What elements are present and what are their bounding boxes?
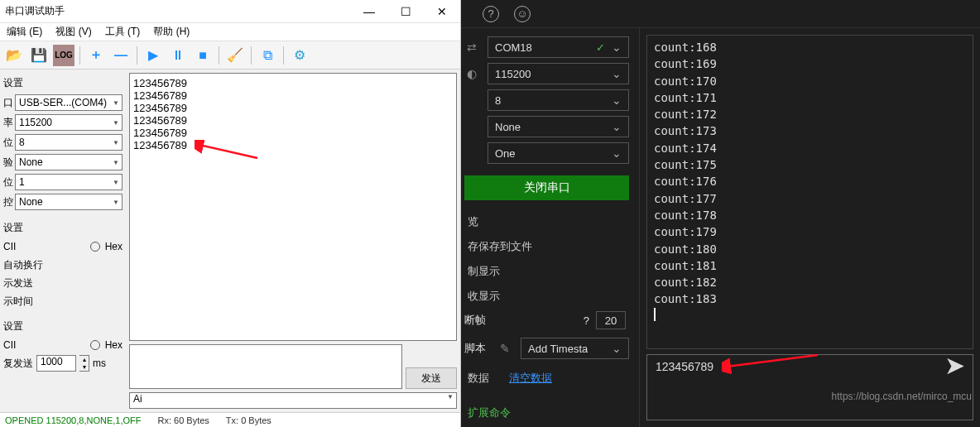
opt-frame[interactable]: 断帧 xyxy=(464,313,486,328)
send-input[interactable]: 123456789 ➤ xyxy=(646,354,973,420)
send-button[interactable]: 发送 xyxy=(406,367,457,389)
group-tx-title: 设置 xyxy=(3,319,122,333)
plug-icon: ⇄ xyxy=(464,41,479,54)
port-select[interactable]: USB-SER...(COM4) xyxy=(15,94,122,111)
top-iconbar: ? ☺ xyxy=(461,0,980,28)
parity-select[interactable]: None xyxy=(15,154,122,170)
databits-select[interactable]: 8 xyxy=(488,89,629,111)
svg-line-1 xyxy=(199,145,257,158)
watermark: https://blog.csdn.net/mirco_mcu xyxy=(832,391,972,402)
group-rx-title: 设置 xyxy=(3,221,122,235)
databits-select[interactable]: 8 xyxy=(15,134,122,151)
send-icon[interactable]: ➤ xyxy=(933,343,976,386)
left-app: 串口调试助手 — ☐ ✕ 编辑 (E) 视图 (V) 工具 (T) 帮助 (H)… xyxy=(0,0,461,427)
timestamp-select[interactable]: Add Timesta xyxy=(521,338,629,359)
opt-ctrldisp[interactable]: 制显示 xyxy=(464,261,629,281)
pause-icon[interactable]: ⏸ xyxy=(167,45,189,66)
tx-hex-label: Hex xyxy=(105,339,122,351)
statusbar: OPENED 115200,8,NONE,1,OFF Rx: 60 Bytes … xyxy=(0,412,460,427)
opt-script: 脚本 xyxy=(464,341,489,356)
help-icon[interactable]: ? xyxy=(483,6,499,22)
arrow-annotation-icon xyxy=(722,352,821,377)
parity-select[interactable]: None xyxy=(488,116,629,137)
stopbits-select[interactable]: One xyxy=(488,142,629,164)
send-textarea[interactable] xyxy=(129,344,402,389)
menu-view[interactable]: 视图 (V) xyxy=(55,25,91,39)
smile-icon[interactable]: ☺ xyxy=(514,6,531,22)
stopbits-select[interactable]: 1 xyxy=(15,174,122,190)
ext-cmd-link[interactable]: 扩展命令 xyxy=(468,405,511,420)
stop-icon[interactable]: ■ xyxy=(192,45,214,66)
maximize-button[interactable]: ☐ xyxy=(387,0,424,23)
settings-sidebar: 设置 口USB-SER...(COM4) 率115200 位8 验None 位1… xyxy=(0,70,126,412)
menu-tools[interactable]: 工具 (T) xyxy=(105,25,141,39)
tx-hex-radio[interactable] xyxy=(90,340,100,350)
flowcontrol-select[interactable]: None xyxy=(15,194,122,210)
repeat-label[interactable]: 复发送 xyxy=(3,357,33,371)
showsend-label[interactable]: 示发送 xyxy=(3,276,33,290)
baud-icon: ◐ xyxy=(464,67,479,80)
monitor-panel: count:168 count:169 count:170 count:171 … xyxy=(639,28,980,427)
opt-rxdisp[interactable]: 收显示 xyxy=(464,286,629,306)
clear-data-link[interactable]: 清空数据 xyxy=(509,371,552,386)
encoding-select[interactable]: Ai xyxy=(129,392,457,409)
port-select[interactable]: COM18 xyxy=(488,36,629,58)
arrow-annotation-icon xyxy=(195,140,261,165)
minimize-button[interactable]: — xyxy=(351,0,387,23)
status-tx: Tx: 0 Bytes xyxy=(226,415,271,425)
close-button[interactable]: ✕ xyxy=(424,0,460,23)
play-icon[interactable]: ▶ xyxy=(142,45,164,66)
toolbar: 📂 💾 LOG ＋ — ▶ ⏸ ■ 🧹 ⧉ ⚙ xyxy=(0,41,460,70)
group-port-title: 设置 xyxy=(3,76,122,90)
data-label: 数据 xyxy=(468,371,489,386)
script-icon: ✎ xyxy=(497,342,512,355)
opt-preview[interactable]: 览 xyxy=(464,212,629,232)
titlebar: 串口调试助手 — ☐ ✕ xyxy=(0,0,460,23)
status-rx: Rx: 60 Bytes xyxy=(157,415,209,425)
rx-hex-radio[interactable] xyxy=(90,242,100,252)
monitor-output[interactable]: count:168 count:169 count:170 count:171 … xyxy=(646,35,973,349)
baud-select[interactable]: 115200 xyxy=(15,114,122,131)
autowrap-label[interactable]: 自动换行 xyxy=(3,258,43,272)
showtime-label[interactable]: 示时间 xyxy=(3,295,33,309)
log-icon[interactable]: LOG xyxy=(53,45,74,66)
rx-hex-label: Hex xyxy=(105,241,122,252)
status-conn: OPENED 115200,8,NONE,1,OFF xyxy=(5,415,141,425)
settings-icon[interactable]: ⚙ xyxy=(289,45,310,66)
add-icon[interactable]: ＋ xyxy=(85,45,107,66)
menubar: 编辑 (E) 视图 (V) 工具 (T) 帮助 (H) xyxy=(0,23,460,41)
menu-help[interactable]: 帮助 (H) xyxy=(153,25,190,39)
menu-edit[interactable]: 编辑 (E) xyxy=(7,25,42,39)
frame-q[interactable]: ? xyxy=(584,314,589,327)
newwin-icon[interactable]: ⧉ xyxy=(257,45,278,66)
close-port-button[interactable]: 关闭串口 xyxy=(464,175,629,200)
opt-savefile[interactable]: 存保存到文件 xyxy=(464,237,629,257)
baud-select[interactable]: 115200 xyxy=(488,63,629,84)
main-panel: 123456789 123456789 123456789 123456789 … xyxy=(126,70,460,412)
window-title: 串口调试助手 xyxy=(5,4,65,18)
tx-ascii-label: CII xyxy=(3,339,16,351)
config-sidebar: ⇄COM18 ◐115200 8 None One 关闭串口 览 存保存到文件 … xyxy=(461,28,639,427)
save-icon[interactable]: 💾 xyxy=(28,45,50,66)
clear-icon[interactable]: 🧹 xyxy=(224,45,246,66)
remove-icon[interactable]: — xyxy=(110,45,132,66)
right-app: ? ☺ ⇄COM18 ◐115200 8 None One 关闭串口 览 存保存… xyxy=(461,0,980,427)
receive-textarea[interactable]: 123456789 123456789 123456789 123456789 … xyxy=(129,73,457,341)
frame-size-input[interactable]: 20 xyxy=(596,311,626,329)
repeat-interval-input[interactable]: 1000 xyxy=(36,355,76,372)
rx-ascii-label: CII xyxy=(3,241,16,252)
svg-line-3 xyxy=(727,355,818,367)
open-icon[interactable]: 📂 xyxy=(3,45,25,66)
body: 设置 口USB-SER...(COM4) 率115200 位8 验None 位1… xyxy=(0,70,460,412)
